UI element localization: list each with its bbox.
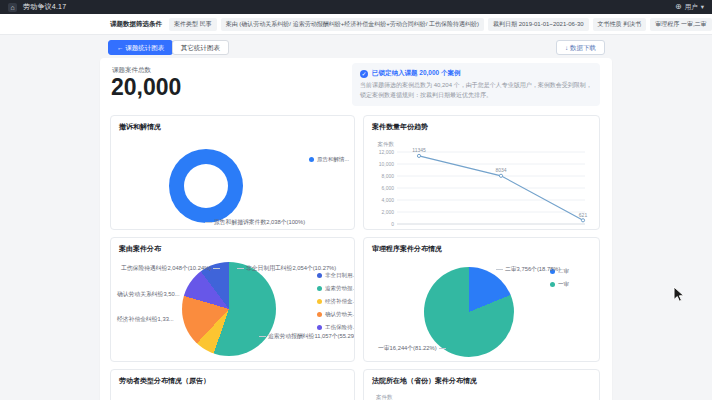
cause-callout-injury: 工伤保险待遇纠纷2,048个(10.24%) [121, 264, 222, 273]
cause-callout-confirm: 确认劳动关系纠纷3,50... [117, 290, 180, 299]
total-cases-value: 20,000 [111, 74, 181, 101]
dashboard-page: ⌂ 劳动争议4.17 ⊕ 用户 ▾ 课题数据筛选条件 案件类型 民事案由 (确认… [0, 0, 712, 400]
filter-tag[interactable]: 审理程序 一审,二审 [650, 18, 711, 31]
topic-chart-tab-button[interactable]: ← 课题统计图表 [108, 40, 173, 55]
svg-text:2,000: 2,000 [381, 209, 394, 215]
svg-text:621: 621 [579, 212, 588, 218]
filter-tag[interactable]: 案由 (确认劳动关系纠纷/ 追索劳动报酬纠纷+经济补偿金纠纷+劳动合同纠纷/ 工… [221, 18, 484, 31]
card-cause-distribution: 案由案件分布 非全日制用...追索劳动报...经济补偿金...确认劳动关...工… [110, 237, 355, 362]
card-court-province-title: 法院所在地（省份）案件分布情况 [372, 376, 477, 386]
legend-item[interactable]: 工伤保险待... [317, 324, 355, 331]
legend-label: 经济补偿金... [325, 298, 355, 305]
filter-tag[interactable]: 裁判日期 2019-01-01~2021-06-30 [488, 18, 589, 31]
settlement-donut-chart[interactable] [169, 149, 243, 223]
filter-tag[interactable]: 案件类型 民事 [169, 18, 217, 31]
legend-item[interactable]: 非全日制用... [317, 272, 355, 279]
svg-text:2019: 2019 [413, 228, 424, 230]
legend-dot-icon [317, 286, 322, 291]
legend-item[interactable]: 原告和解情... [309, 156, 349, 163]
legend-item[interactable]: 追索劳动报... [317, 285, 355, 292]
legend-dot-icon [317, 299, 322, 304]
export-data-button[interactable]: ↓ 数据下载 [556, 40, 605, 55]
legend-dot-icon [317, 325, 322, 330]
lock-notice-title: 已锁定纳入课题 20,000 个案例 [372, 69, 461, 78]
svg-text:8034: 8034 [495, 167, 506, 173]
legend-dot-icon [309, 157, 314, 162]
svg-text:0: 0 [391, 221, 394, 227]
filter-tags: 案件类型 民事案由 (确认劳动关系纠纷/ 追索劳动报酬纠纷+经济补偿金纠纷+劳动… [169, 18, 712, 31]
mouse-cursor [672, 286, 686, 303]
filter-bar-label: 课题数据筛选条件 [110, 20, 162, 29]
svg-text:8,000: 8,000 [381, 173, 394, 179]
settlement-legend: 原告和解情... [309, 156, 349, 163]
filter-bar: 课题数据筛选条件 案件类型 民事案由 (确认劳动关系纠纷/ 追索劳动报酬纠纷+经… [0, 14, 712, 35]
back-arrow-icon: ← [117, 44, 124, 51]
user-menu[interactable]: ⊕ 用户 ▾ [675, 0, 704, 14]
card-settlement: 撤诉和解情况 原告和解情... 原告和解撤诉案件数2,038个(100%) [110, 115, 355, 230]
card-worker-type: 劳动者类型分布情况（原告） [110, 369, 355, 400]
legend-label: 工伤保险待... [325, 324, 355, 331]
legend-label: 原告和解情... [317, 156, 349, 163]
year-trend-line-chart[interactable]: 12,00010,0008,0006,0004,0002,0000案件数2019… [367, 140, 598, 230]
procedure-callout-second: 二审3,756个(18.78%) [494, 265, 560, 274]
download-icon: ↓ [565, 44, 568, 51]
card-procedure-distribution: 审理程序案件分布情况 二审一审 二审3,756个(18.78%) 一审16,24… [363, 237, 600, 362]
svg-text:12,000: 12,000 [379, 149, 395, 155]
legend-dot-icon [317, 273, 322, 278]
svg-text:10,000: 10,000 [379, 161, 395, 167]
other-chart-tab-button[interactable]: 其它统计图表 [172, 40, 229, 55]
svg-text:11345: 11345 [412, 147, 426, 153]
user-label: 用户 [685, 3, 698, 12]
cause-callout-parttime: 非全日制用工纠纷2,054个(10.27%) [235, 264, 336, 273]
globe-icon: ⊕ [675, 3, 682, 11]
legend-item[interactable]: 一审 [550, 281, 569, 288]
card-procedure-title: 审理程序案件分布情况 [372, 244, 442, 254]
card-cause-title: 案由案件分布 [119, 244, 161, 254]
lock-notice-box: ✓ 已锁定纳入课题 20,000 个案例 当前课题筛选的案例总数为 40,204… [352, 63, 600, 106]
settlement-callout: 原告和解撤诉案件数2,038个(100%) [203, 218, 305, 227]
filter-tag[interactable]: 文书性质 判决书 [593, 18, 647, 31]
legend-item[interactable]: 确认劳动关... [317, 311, 355, 318]
home-icon[interactable]: ⌂ [8, 3, 17, 12]
top-navbar: ⌂ 劳动争议4.17 ⊕ 用户 ▾ [0, 0, 712, 14]
cause-callout-compensation: 经济补偿金纠纷1,33... [117, 315, 174, 324]
svg-text:案件数: 案件数 [378, 141, 395, 147]
app-title: 劳动争议4.17 [23, 2, 66, 12]
main-panel: 课题案件总数 20,000 ✓ 已锁定纳入课题 20,000 个案例 当前课题筛… [100, 58, 612, 400]
legend-label: 确认劳动关... [325, 311, 355, 318]
legend-item[interactable]: 经济补偿金... [317, 298, 355, 305]
lock-notice-body: 当前课题筛选的案例总数为 40,204 个，由于您是个人专业版用户，案例数会受到… [360, 81, 592, 100]
cause-callout-wages: 追索劳动报酬纠纷11,057个(55.29%) [257, 332, 355, 341]
card-settlement-title: 撤诉和解情况 [119, 122, 161, 132]
legend-label: 一审 [558, 281, 569, 288]
svg-text:4,000: 4,000 [381, 197, 394, 203]
cause-pie-chart[interactable] [182, 262, 276, 356]
check-icon: ✓ [360, 70, 368, 78]
cause-legend: 非全日制用...追索劳动报...经济补偿金...确认劳动关...工伤保险待... [317, 272, 355, 331]
chevron-down-icon: ▾ [701, 3, 704, 11]
legend-label: 追索劳动报... [325, 285, 355, 292]
legend-dot-icon [317, 312, 322, 317]
card-year-trend: 案件数量年份趋势 12,00010,0008,0006,0004,0002,00… [363, 115, 600, 230]
svg-text:裁判日期: 裁判日期 [578, 228, 598, 230]
legend-label: 非全日制用... [325, 272, 355, 279]
card-year-trend-title: 案件数量年份趋势 [372, 122, 428, 132]
legend-dot-icon [550, 282, 555, 287]
card-worker-type-title: 劳动者类型分布情况（原告） [119, 376, 210, 386]
svg-text:6,000: 6,000 [381, 185, 394, 191]
procedure-callout-first: 一审16,244个(81.22%) [378, 344, 448, 353]
card-court-province: 法院所在地（省份）案件分布情况 案件数 [363, 369, 600, 400]
court-province-ylabel: 案件数 [376, 394, 393, 400]
svg-text:2020: 2020 [495, 228, 506, 230]
